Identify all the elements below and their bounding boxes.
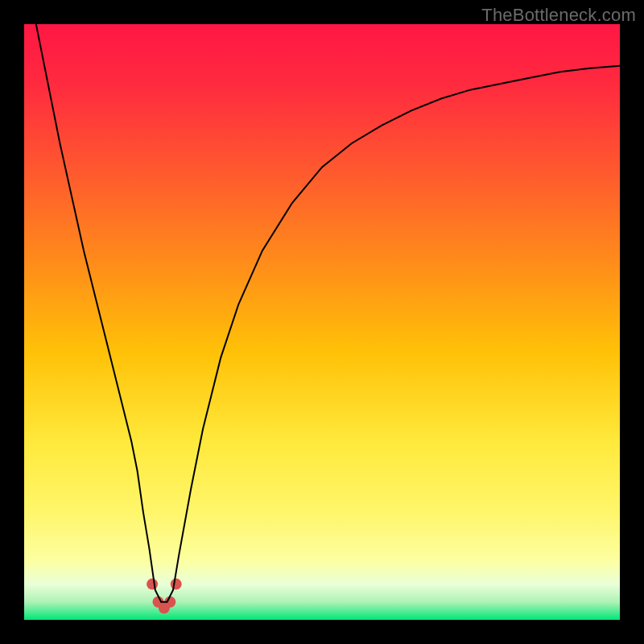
trough-marker-point [171,579,182,590]
bottleneck-curve [36,24,620,602]
trough-marker-group [147,579,182,614]
trough-marker-point [147,579,158,590]
chart-frame: TheBottleneck.com [0,0,644,644]
curve-layer [24,24,620,620]
plot-area [24,24,620,620]
watermark-text: TheBottleneck.com [481,5,636,26]
